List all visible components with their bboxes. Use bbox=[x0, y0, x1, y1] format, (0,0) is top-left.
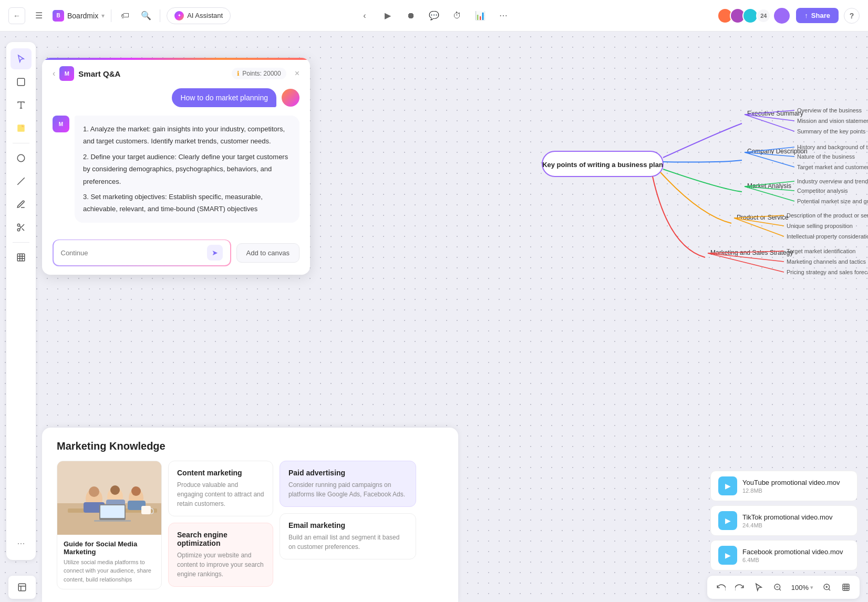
qa-back-button[interactable]: ‹ bbox=[53, 69, 55, 78]
facebook-file-info: Facebook promotional video.mov 6.4MB bbox=[742, 548, 850, 563]
ai-message-wrap: M 1. Analyze the market: gain insights i… bbox=[53, 116, 299, 223]
search-icon[interactable]: 🔍 bbox=[139, 8, 153, 23]
tag-icon[interactable]: 🏷 bbox=[118, 8, 132, 23]
zoom-out-button[interactable] bbox=[769, 579, 786, 596]
play-tool[interactable]: ▶ bbox=[379, 7, 396, 24]
knowledge-section-title: Marketing Knowledge bbox=[57, 440, 443, 452]
social-media-card-image bbox=[57, 461, 162, 535]
sidebar-tool-line[interactable] bbox=[11, 171, 32, 192]
svg-line-6 bbox=[22, 229, 24, 231]
nav-back-tool[interactable]: ‹ bbox=[356, 7, 373, 24]
zoom-in-button[interactable] bbox=[819, 579, 835, 596]
paid-advertising-card[interactable]: Paid advertising Consider running paid c… bbox=[280, 461, 416, 507]
brand-chevron: ▾ bbox=[101, 12, 105, 19]
content-marketing-title: Content marketing bbox=[177, 469, 264, 477]
tiktok-file-name: TikTok promotional video.mov bbox=[742, 513, 850, 521]
tiktok-file-info: TikTok promotional video.mov 24.4MB bbox=[742, 513, 850, 528]
sidebar-more-button[interactable]: ··· bbox=[11, 533, 32, 554]
ai-assistant-button[interactable]: ✦ AI Assistant bbox=[167, 7, 231, 24]
svg-point-36 bbox=[110, 485, 120, 495]
redo-button[interactable] bbox=[731, 579, 748, 596]
pages-tool[interactable] bbox=[14, 579, 30, 596]
add-to-canvas-button[interactable]: Add to canvas bbox=[236, 243, 299, 263]
svg-rect-43 bbox=[94, 520, 131, 522]
user-message-wrap: How to do market planning bbox=[53, 88, 299, 107]
qa-close-button[interactable]: × bbox=[295, 69, 299, 78]
ps-item-2: Unique selling proposition bbox=[787, 223, 853, 229]
es-item-1: Overview of the business bbox=[797, 107, 862, 113]
record-tool[interactable]: ⏺ bbox=[402, 7, 419, 24]
sidebar-tool-table[interactable] bbox=[11, 247, 32, 268]
email-marketing-desc: Build an email list and segment it based… bbox=[288, 533, 407, 552]
current-user-avatar[interactable] bbox=[773, 7, 791, 25]
cursor-tool-bottom[interactable] bbox=[750, 579, 767, 596]
video-file-youtube[interactable]: ▶ YouTube promotional video.mov 12.8MB bbox=[710, 471, 857, 501]
svg-point-2 bbox=[17, 154, 25, 162]
knowledge-card-social-media[interactable]: Guide for Social Media Marketing Utilize… bbox=[57, 461, 162, 590]
toolbar-divider-2 bbox=[160, 9, 160, 22]
svg-line-7 bbox=[19, 226, 21, 227]
timer-tool[interactable]: ⏱ bbox=[449, 7, 466, 24]
chart-tool[interactable]: 📊 bbox=[472, 7, 489, 24]
mss-item-3: Pricing strategy and sales forecasts bbox=[787, 269, 868, 275]
qa-input-field[interactable] bbox=[61, 249, 203, 257]
qa-send-button[interactable]: ➤ bbox=[207, 245, 223, 261]
video-file-facebook[interactable]: ▶ Facebook promotional video.mov 6.4MB bbox=[710, 540, 857, 570]
fit-view-button[interactable] bbox=[838, 579, 854, 596]
sidebar-tool-frame[interactable] bbox=[11, 71, 32, 92]
zoom-chevron: ▾ bbox=[810, 584, 813, 591]
social-media-card-title: Guide for Social Media Marketing bbox=[64, 540, 155, 556]
sidebar-tool-shape[interactable] bbox=[11, 148, 32, 169]
sidebar-separator-2 bbox=[13, 242, 29, 243]
svg-point-3 bbox=[17, 224, 20, 226]
ps-item-1: Description of the product or service bbox=[787, 212, 868, 219]
email-marketing-title: Email marketing bbox=[288, 521, 407, 530]
svg-rect-44 bbox=[141, 506, 151, 514]
cd-item-1: History and background of the company bbox=[797, 144, 868, 150]
svg-point-39 bbox=[131, 486, 141, 496]
youtube-file-info: YouTube promotional video.mov 12.8MB bbox=[742, 479, 850, 494]
knowledge-col-2: Content marketing Produce valuable and e… bbox=[168, 461, 273, 590]
sidebar-tool-sticky[interactable] bbox=[11, 118, 32, 139]
svg-rect-0 bbox=[17, 78, 25, 86]
email-marketing-card[interactable]: Email marketing Build an email list and … bbox=[280, 513, 416, 559]
qa-logo: M bbox=[59, 66, 74, 81]
content-marketing-card[interactable]: Content marketing Produce valuable and e… bbox=[168, 461, 273, 516]
cd-item-3: Target market and customers bbox=[797, 164, 868, 170]
top-toolbar: ← ☰ B Boardmix ▾ 🏷 🔍 ✦ AI Assistant ‹ ▶ … bbox=[0, 0, 868, 32]
video-icon-facebook: ▶ bbox=[718, 546, 737, 565]
mindmap-center-label: Key points of writing a business plan bbox=[542, 161, 663, 169]
ma-item-3: Potential market size and growth bbox=[797, 198, 868, 204]
sidebar-tool-pencil[interactable] bbox=[11, 194, 32, 215]
svg-rect-8 bbox=[17, 254, 25, 261]
share-button[interactable]: ↑ Share bbox=[796, 8, 839, 23]
svg-line-52 bbox=[829, 589, 830, 590]
ma-item-1: Industry overview and trends bbox=[797, 178, 868, 184]
qa-input-wrap: ➤ Add to canvas bbox=[42, 233, 310, 275]
avatar-group: 24 bbox=[717, 8, 771, 24]
sidebar-tool-cursor[interactable] bbox=[11, 48, 32, 69]
help-button[interactable]: ? bbox=[844, 8, 860, 24]
input-gradient-border: ➤ bbox=[53, 240, 231, 266]
more-tools[interactable]: ⋯ bbox=[495, 7, 512, 24]
zoom-level[interactable]: 100% ▾ bbox=[788, 584, 817, 591]
brand-logo[interactable]: B Boardmix ▾ bbox=[53, 10, 105, 22]
knowledge-col-3: Paid advertising Consider running paid c… bbox=[280, 461, 416, 590]
knowledge-grid: Guide for Social Media Marketing Utilize… bbox=[57, 461, 443, 590]
svg-rect-42 bbox=[100, 505, 125, 518]
menu-button[interactable]: ☰ bbox=[32, 8, 46, 23]
facebook-file-size: 6.4MB bbox=[742, 557, 850, 563]
comment-tool[interactable]: 💬 bbox=[426, 7, 442, 24]
share-icon: ↑ bbox=[804, 12, 808, 19]
ma-item-2: Competitor analysis bbox=[797, 188, 848, 194]
sidebar-tool-scissors[interactable] bbox=[11, 217, 32, 238]
toolbar-center: ‹ ▶ ⏺ 💬 ⏱ 📊 ⋯ bbox=[356, 7, 512, 24]
back-button[interactable]: ← bbox=[8, 7, 25, 24]
mss-item-1: Target market identification bbox=[787, 248, 855, 254]
video-file-tiktok[interactable]: ▶ TikTok promotional video.mov 24.4MB bbox=[710, 505, 857, 536]
ai-icon: ✦ bbox=[174, 11, 184, 20]
qa-header: ‹ M Smart Q&A ℹ Points: 20000 × bbox=[42, 58, 310, 88]
undo-button[interactable] bbox=[712, 579, 729, 596]
video-icon-tiktok: ▶ bbox=[718, 511, 737, 530]
sidebar-tool-text[interactable] bbox=[11, 95, 32, 116]
